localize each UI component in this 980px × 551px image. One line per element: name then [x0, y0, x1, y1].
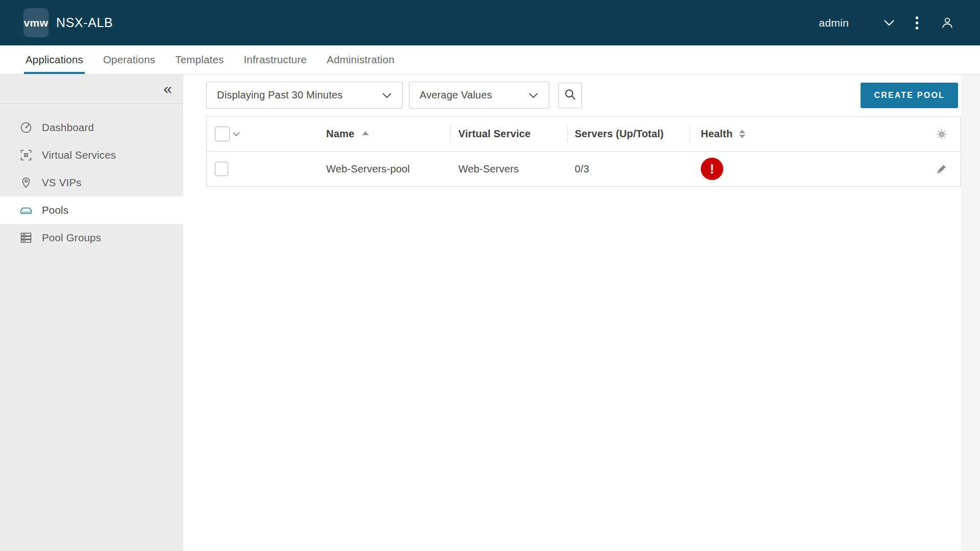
sort-both-icon	[739, 130, 745, 138]
chevron-down-icon	[528, 89, 538, 101]
pool-groups-icon	[19, 231, 33, 244]
edit-pencil-icon[interactable]	[935, 162, 948, 176]
table-row[interactable]: Web-Servers-pool Web-Servers 0/3 !	[207, 152, 961, 186]
table-settings-gear-icon[interactable]	[935, 128, 948, 141]
time-range-value: Displaying Past 30 Minutes	[217, 89, 342, 101]
header-checkbox-cell	[207, 117, 266, 151]
user-menu-chevron-down-icon[interactable]	[884, 19, 895, 26]
pools-table: Name Virtual Service Servers (Up/Total) …	[206, 116, 961, 187]
vmware-logo-text: vmw	[23, 17, 48, 29]
column-settings-cell	[776, 117, 961, 151]
sidebar-item-pool-groups[interactable]: Pool Groups	[0, 224, 183, 252]
sidebar-item-label: VS VIPs	[42, 177, 82, 189]
sidebar-header: «	[0, 74, 183, 104]
virtual-service-cell: Web-Servers	[450, 152, 567, 186]
right-gutter	[961, 74, 980, 551]
sidebar-item-label: Pool Groups	[42, 232, 101, 244]
tab-applications[interactable]: Applications	[24, 45, 85, 74]
health-cell: !	[690, 152, 776, 186]
user-account-icon[interactable]	[940, 16, 954, 30]
table-header-row: Name Virtual Service Servers (Up/Total) …	[207, 117, 961, 152]
health-alert-badge[interactable]: !	[701, 158, 723, 180]
vs-vips-icon	[19, 176, 33, 189]
sidebar-item-label: Dashboard	[42, 121, 94, 134]
sidebar-item-vs-vips[interactable]: VS VIPs	[0, 169, 183, 196]
column-header-servers[interactable]: Servers (Up/Total)	[567, 117, 690, 151]
sidebar-items: Dashboard Virtual Services	[0, 114, 183, 252]
column-header-virtual-service[interactable]: Virtual Service	[450, 117, 567, 151]
virtual-services-icon	[19, 148, 33, 162]
row-actions-cell	[776, 152, 961, 186]
sort-ascending-icon	[362, 131, 369, 135]
kebab-menu-icon[interactable]	[915, 16, 919, 30]
column-header-health[interactable]: Health	[690, 117, 776, 151]
search-button[interactable]	[558, 83, 582, 108]
servers-up-total-cell: 0/3	[567, 152, 690, 186]
app-header: vmw NSX-ALB admin	[0, 0, 980, 45]
select-menu-chevron-down-icon[interactable]	[232, 132, 240, 137]
time-range-dropdown[interactable]: Displaying Past 30 Minutes	[206, 82, 403, 109]
app-title: NSX-ALB	[56, 0, 113, 45]
tab-templates[interactable]: Templates	[174, 45, 225, 74]
row-checkbox-cell	[207, 152, 266, 186]
username[interactable]: admin	[819, 17, 849, 29]
dashboard-icon	[19, 121, 33, 134]
sidebar-item-label: Virtual Services	[42, 149, 116, 161]
sidebar-item-virtual-services[interactable]: Virtual Services	[0, 141, 183, 169]
sidebar: « Dashboard	[0, 74, 183, 551]
header-right: admin	[819, 0, 954, 45]
tab-administration[interactable]: Administration	[325, 45, 396, 74]
create-pool-button[interactable]: CREATE POOL	[861, 83, 958, 108]
primary-nav: Applications Operations Templates Infras…	[0, 45, 980, 74]
select-all-checkbox[interactable]	[215, 127, 230, 141]
column-header-name[interactable]: Name	[266, 117, 450, 151]
pool-name-cell[interactable]: Web-Servers-pool	[266, 152, 450, 186]
sidebar-item-label: Pools	[42, 204, 68, 216]
chevron-down-icon	[382, 89, 392, 101]
vmware-logo[interactable]: vmw	[23, 8, 48, 37]
pools-icon	[19, 204, 33, 217]
row-checkbox[interactable]	[215, 162, 228, 176]
sidebar-collapse-icon[interactable]: «	[163, 79, 172, 99]
values-dropdown-value: Average Values	[420, 89, 492, 101]
sidebar-item-pools[interactable]: Pools	[0, 196, 183, 224]
values-dropdown[interactable]: Average Values	[409, 82, 549, 109]
sidebar-item-dashboard[interactable]: Dashboard	[0, 114, 183, 141]
search-icon	[564, 88, 577, 103]
tab-infrastructure[interactable]: Infrastructure	[242, 45, 308, 74]
tab-operations[interactable]: Operations	[102, 45, 157, 74]
main-content: Displaying Past 30 Minutes Average Value…	[183, 74, 980, 551]
